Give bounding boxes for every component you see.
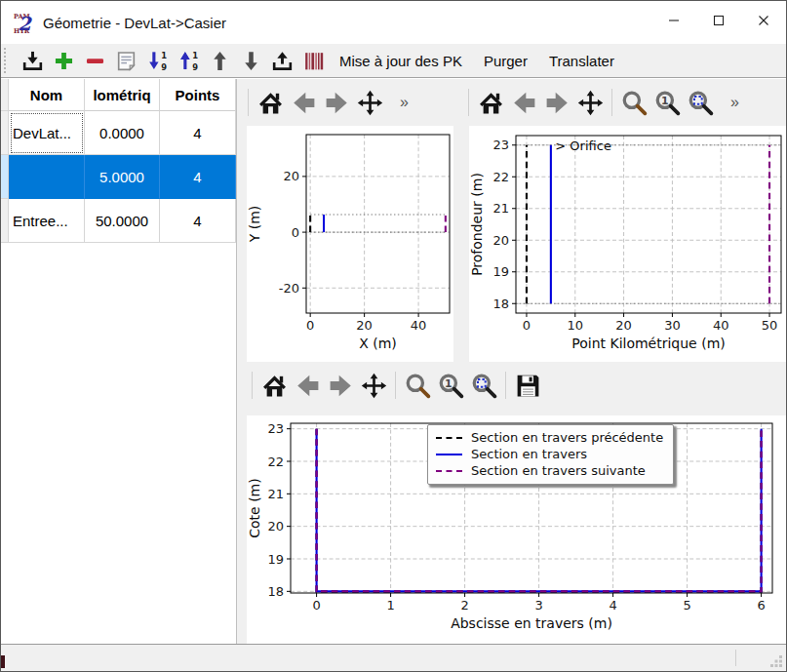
plan-plot-canvas[interactable]: 02040-20020X (m)Y (m)	[247, 126, 453, 362]
svg-text:22: 22	[492, 170, 509, 184]
forward-button[interactable]	[540, 86, 573, 119]
cell-pk[interactable]: 0.0000	[85, 111, 160, 155]
header-points[interactable]: Points	[160, 79, 236, 111]
move-down-button[interactable]	[236, 46, 265, 75]
svg-text:> Orifice: > Orifice	[555, 138, 611, 153]
cell-pk[interactable]: 5.0000	[85, 155, 160, 199]
row-header[interactable]	[1, 199, 9, 243]
table-row[interactable]: DevLat... 0.0000 4	[1, 111, 236, 155]
save-figure-button[interactable]	[511, 369, 544, 402]
remove-section-button[interactable]	[80, 46, 109, 75]
header-kilometrique[interactable]: lométriq	[85, 79, 160, 111]
svg-text:4: 4	[609, 598, 616, 613]
minimize-icon	[668, 15, 680, 26]
plan-plot-toolbar: »	[243, 83, 413, 122]
sort-ascending-icon	[145, 49, 170, 73]
toolbar-overflow-button[interactable]: »	[727, 94, 743, 111]
table-row-selected[interactable]: 5.0000 4	[1, 155, 236, 199]
add-icon	[52, 49, 76, 73]
add-section-button[interactable]	[49, 46, 78, 75]
update-pk-icon-button[interactable]	[298, 46, 328, 75]
move-up-button[interactable]	[205, 46, 234, 75]
profile-plot-toolbar: »	[463, 83, 743, 122]
purge-button[interactable]: Purger	[473, 46, 538, 75]
row-header[interactable]	[1, 111, 9, 155]
title-bar[interactable]: PAM HYR 2 Géometrie - DevLat->Casier	[1, 1, 786, 44]
pan-icon	[360, 372, 388, 400]
svg-text:2: 2	[18, 13, 32, 34]
row-header[interactable]	[1, 155, 9, 199]
pan-button[interactable]	[357, 369, 390, 402]
legend-label: Section en travers suivante	[471, 463, 646, 478]
toolbar-overflow-button[interactable]: »	[396, 94, 413, 111]
move-up-icon	[208, 49, 232, 73]
svg-text:20: 20	[615, 318, 632, 333]
svg-text:2: 2	[460, 598, 468, 613]
cell-nom[interactable]: DevLat...	[9, 111, 85, 155]
svg-text:0: 0	[523, 318, 531, 333]
toolbar-separator	[611, 89, 612, 116]
profile-plot-canvas[interactable]: 01020304050181920212223Point Kilométriqu…	[469, 126, 787, 362]
svg-text:40: 40	[713, 318, 729, 333]
resize-grip[interactable]	[769, 654, 783, 668]
forward-button[interactable]	[324, 369, 357, 402]
cell-nom[interactable]	[9, 155, 85, 199]
sort-descending-button[interactable]	[174, 46, 203, 75]
svg-text:-20: -20	[279, 281, 299, 296]
header-nom[interactable]: Nom	[9, 79, 85, 111]
svg-text:0: 0	[306, 318, 314, 333]
home-button[interactable]	[474, 86, 507, 119]
zoom-one-button[interactable]	[650, 86, 684, 119]
toolbar-handle[interactable]	[4, 48, 11, 73]
zoom-rect-icon	[404, 372, 432, 400]
forward-button[interactable]	[320, 86, 353, 119]
zoom-rect-button[interactable]	[401, 369, 434, 402]
zoom-fit-icon	[687, 89, 715, 117]
cell-pk[interactable]: 50.0000	[85, 199, 160, 243]
zoom-fit-button[interactable]	[684, 86, 717, 119]
sections-table: Nom lométriq Points DevLat... 0.0000 4 5…	[1, 79, 237, 646]
translate-button[interactable]: Translater	[538, 46, 625, 75]
close-button[interactable]	[741, 1, 786, 40]
window-title: Géometrie - DevLat->Casier	[43, 15, 226, 31]
zoom-fit-button[interactable]	[467, 369, 500, 402]
cross-section-canvas[interactable]: 0123456181920212223Abscisse en travers (…	[247, 415, 787, 645]
zoom-rect-button[interactable]	[617, 86, 650, 119]
maximize-button[interactable]	[696, 1, 741, 40]
forward-icon	[323, 89, 351, 117]
home-button[interactable]	[257, 369, 291, 402]
svg-text:Y (m): Y (m)	[247, 206, 262, 244]
svg-text:19: 19	[492, 264, 509, 279]
minimize-button[interactable]	[651, 1, 696, 40]
back-button[interactable]	[291, 369, 324, 402]
toolbar-separator	[248, 89, 249, 116]
svg-text:Cote (m): Cote (m)	[247, 478, 262, 537]
svg-text:23: 23	[492, 138, 509, 152]
svg-text:50: 50	[762, 318, 778, 333]
corner-header-cell	[1, 79, 9, 111]
zoom-one-button[interactable]	[434, 369, 467, 402]
cell-points[interactable]: 4	[160, 199, 236, 243]
edit-notes-button[interactable]	[111, 46, 140, 75]
table-row[interactable]: Entree... 50.0000 4	[1, 199, 236, 243]
export-button[interactable]	[267, 46, 296, 75]
pan-button[interactable]	[573, 86, 607, 119]
sort-ascending-button[interactable]	[142, 46, 172, 75]
statusbar-separator	[735, 650, 736, 666]
back-icon	[510, 89, 538, 117]
cell-nom[interactable]: Entree...	[9, 199, 85, 243]
back-button[interactable]	[287, 86, 320, 119]
cell-points[interactable]: 4	[160, 155, 236, 199]
update-pk-button[interactable]: Mise à jour des PK	[329, 46, 473, 75]
svg-text:21: 21	[267, 487, 284, 501]
svg-text:Abscisse en travers (m): Abscisse en travers (m)	[451, 615, 612, 631]
home-button[interactable]	[254, 86, 287, 119]
remove-icon	[83, 49, 107, 73]
import-button[interactable]	[18, 46, 47, 75]
legend-label: Section en travers précédente	[471, 430, 663, 445]
cell-points[interactable]: 4	[160, 111, 236, 155]
legend-line-sample	[436, 437, 462, 439]
pan-button[interactable]	[353, 86, 386, 119]
back-button[interactable]	[507, 86, 540, 119]
status-bar	[1, 644, 786, 671]
